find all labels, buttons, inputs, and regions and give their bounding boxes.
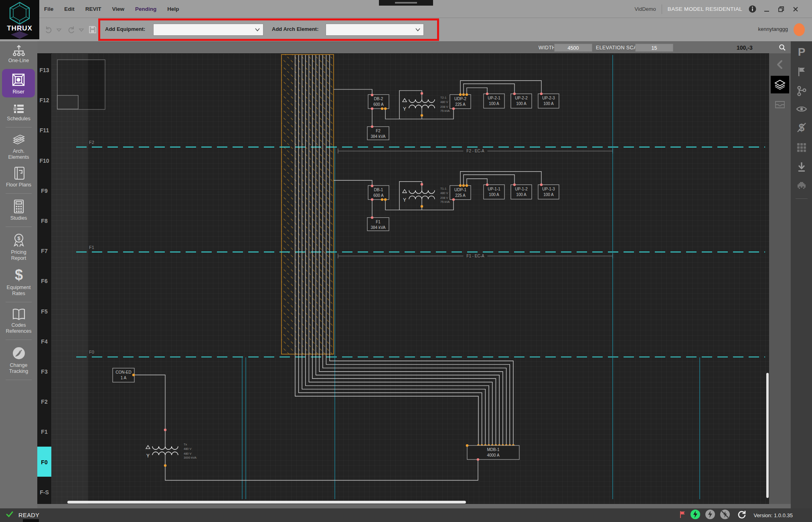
floor-label-f-s[interactable]: F-S: [37, 489, 51, 496]
menu-pending[interactable]: Pending: [135, 6, 156, 12]
sidebar-item-codes-references[interactable]: CodesReferences: [0, 308, 37, 334]
horizontal-scrollbar[interactable]: [67, 501, 466, 504]
collapse-panel-button[interactable]: [769, 56, 791, 73]
inbox-tool-button[interactable]: [769, 96, 791, 113]
sidebar-item-floor-plans[interactable]: Floor Plans: [0, 166, 37, 188]
floor-label-f5[interactable]: F5: [37, 308, 51, 315]
sidebar-item-arch-elements[interactable]: Arch.Elements: [0, 133, 37, 160]
connection-dot: [466, 444, 468, 447]
sidebar-item-pricing-report[interactable]: $PricingReport: [0, 232, 37, 261]
bug-icon[interactable]: [796, 181, 807, 192]
menu-edit[interactable]: Edit: [64, 6, 75, 12]
elevation-scale-input[interactable]: 15: [635, 44, 673, 52]
svg-text:F2: F2: [376, 129, 381, 133]
minimap-inner-rect: [57, 95, 78, 109]
svg-text:CON-ED: CON-ED: [115, 370, 131, 374]
equipment-box-udp-1[interactable]: UDP-1225 A: [450, 186, 471, 200]
equipment-box-db-1[interactable]: DB-1600 A: [368, 186, 389, 200]
minimize-button[interactable]: [762, 5, 771, 14]
width-input[interactable]: 4500: [554, 44, 592, 52]
avatar[interactable]: [794, 23, 805, 36]
sidebar-item-riser[interactable]: Riser: [2, 69, 35, 97]
menu-revit[interactable]: REVIT: [85, 6, 101, 12]
layers-tool-button[interactable]: [771, 76, 789, 93]
app-logo[interactable]: THRUX: [0, 0, 39, 39]
floor-label-f3[interactable]: F3: [37, 368, 51, 375]
sidebar-item-one-line[interactable]: One-Line: [0, 45, 37, 64]
floor-label-f13[interactable]: F13: [37, 67, 51, 73]
sidebar-item-change-tracking[interactable]: ChangeTracking: [0, 345, 37, 374]
floor-label-f7[interactable]: F7: [37, 248, 51, 254]
menu-view[interactable]: View: [112, 6, 125, 12]
undo-icon[interactable]: [44, 25, 53, 34]
connection-dot: [371, 125, 373, 128]
wire: [464, 84, 514, 95]
width-label: WIDTH: [539, 45, 556, 51]
menu-help[interactable]: Help: [167, 6, 179, 12]
version-label: Version: 1.0.0.35: [753, 512, 793, 518]
undo-dropdown-icon[interactable]: [56, 25, 65, 34]
power-on-icon[interactable]: [690, 509, 701, 521]
menu-file[interactable]: File: [44, 6, 53, 12]
vertical-scrollbar[interactable]: [766, 373, 769, 498]
riser-canvas[interactable]: F2F1F0F2 - EC-AF1 - EC-AYT2-1480 V208 V7…: [51, 53, 769, 504]
power-off-icon[interactable]: [720, 509, 730, 521]
connection-dot: [132, 374, 135, 376]
power-idle-icon[interactable]: [705, 509, 715, 521]
equipment-box-up-2-2[interactable]: UP-2-2100 A: [511, 94, 532, 108]
equipment-box-f1[interactable]: F1384 kVA: [367, 218, 389, 231]
floor-label-f12[interactable]: F12: [37, 97, 51, 103]
download-icon[interactable]: [797, 162, 806, 174]
floor-label-column[interactable]: F13F12F11F10F9F8F7F6F5F4F3F2F1F0F-S: [37, 53, 51, 504]
floor-label-f10[interactable]: F10: [37, 158, 51, 164]
flag-icon[interactable]: [679, 510, 686, 520]
connection-dot: [459, 184, 462, 187]
close-button[interactable]: [791, 5, 800, 14]
equipment-box-udp-2[interactable]: UDP-2225 A: [450, 95, 471, 109]
svg-text:THRUX: THRUX: [7, 24, 32, 32]
floor-label-f1[interactable]: F1: [37, 429, 51, 435]
svg-text:225 A: 225 A: [455, 193, 466, 198]
eye-icon[interactable]: [796, 105, 807, 115]
floor-label-f9[interactable]: F9: [37, 188, 51, 194]
redo-dropdown-icon[interactable]: [79, 25, 87, 34]
branch-icon[interactable]: [796, 85, 807, 98]
save-icon[interactable]: [88, 25, 97, 34]
svg-text:1 A: 1 A: [121, 376, 127, 380]
equipment-box-up-2-1[interactable]: UP-2-1100 A: [484, 94, 504, 108]
restore-button[interactable]: [777, 5, 786, 14]
floor-label-f8[interactable]: F8: [37, 218, 51, 224]
equipment-box-con-ed[interactable]: CON-ED1 A: [113, 368, 134, 382]
svg-text:UP-1-3: UP-1-3: [542, 187, 555, 191]
sidebar-item-schedules[interactable]: Schedules: [0, 103, 37, 122]
grid-dots-icon[interactable]: [796, 142, 807, 155]
floor-label-f11[interactable]: F11: [37, 127, 51, 134]
floor-label-f2[interactable]: F2: [37, 399, 51, 405]
floor-label-f0[interactable]: F0: [37, 459, 51, 465]
sidebar-item-studies[interactable]: Studies: [0, 199, 37, 221]
equipment-box-up-1-2[interactable]: UP-1-2100 A: [511, 185, 532, 199]
svg-text:F2: F2: [89, 140, 94, 145]
search-icon[interactable]: [778, 44, 786, 53]
info-icon[interactable]: [748, 5, 757, 14]
equipment-box-up-1-1[interactable]: UP-1-1100 A: [484, 185, 504, 199]
add-equipment-select[interactable]: [153, 24, 263, 36]
floor-label-f4[interactable]: F4: [37, 338, 51, 345]
sidebar-item-equipment-rates[interactable]: $EquipmentRates: [0, 267, 37, 297]
floor-label-f6[interactable]: F6: [37, 278, 51, 284]
equipment-box-db-2[interactable]: DB-2600 A: [368, 95, 389, 109]
equipment-box-up-2-3[interactable]: UP-2-3100 A: [538, 94, 559, 108]
equipment-box-f2[interactable]: F2384 kVA: [367, 127, 389, 140]
wire: [134, 375, 165, 446]
connection-dot: [452, 198, 455, 200]
dollar-slash-icon[interactable]: $: [796, 121, 807, 135]
equipment-box-mdb-1[interactable]: MDB-14000 A: [467, 445, 519, 459]
add-arch-select[interactable]: [326, 24, 424, 36]
redo-icon[interactable]: [67, 25, 76, 34]
username-label[interactable]: kennytanggg: [758, 26, 788, 32]
flag-icon[interactable]: [797, 67, 806, 79]
refresh-icon[interactable]: [737, 510, 747, 521]
parking-icon[interactable]: P: [796, 46, 807, 60]
equipment-box-up-1-3[interactable]: UP-1-3100 A: [538, 185, 559, 199]
connection-dot: [540, 184, 543, 186]
